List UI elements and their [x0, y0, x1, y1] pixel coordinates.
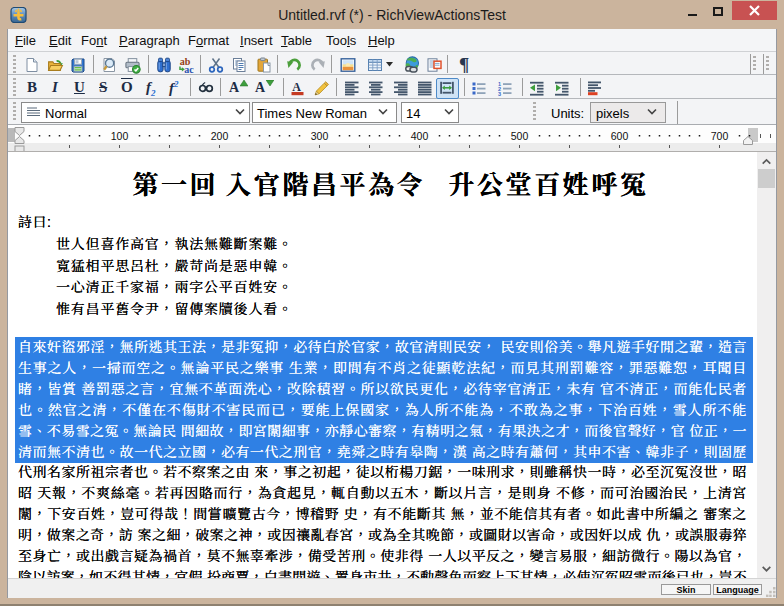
svg-text:700: 700 — [711, 130, 729, 142]
svg-text:ac: ac — [184, 64, 194, 74]
svg-text:A: A — [292, 80, 301, 94]
svg-text:600: 600 — [611, 130, 629, 142]
svg-text:¶: ¶ — [459, 57, 469, 73]
svg-text:200: 200 — [211, 130, 229, 142]
svg-text:300: 300 — [311, 130, 329, 142]
svg-text:400: 400 — [411, 130, 429, 142]
svg-text:100: 100 — [111, 130, 129, 142]
svg-text:500: 500 — [511, 130, 529, 142]
svg-text:3: 3 — [498, 91, 501, 96]
